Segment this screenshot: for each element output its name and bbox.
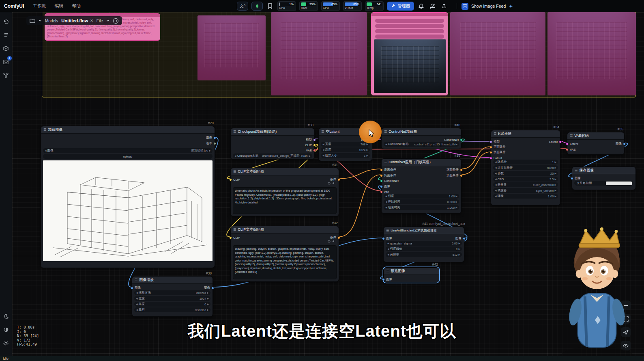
collapse-icon[interactable]: ☰ (575, 169, 577, 172)
input-slot-positive[interactable]: 正面条件 (380, 168, 396, 172)
prev-arrow-icon[interactable]: ◀ (387, 253, 389, 256)
speaker-icon[interactable] (332, 240, 335, 243)
prev-arrow-icon[interactable]: ◀ (387, 248, 389, 250)
bell-muted-button[interactable] (429, 2, 437, 11)
prev-arrow-icon[interactable]: ◀ (322, 143, 324, 145)
widget-height[interactable]: ◀高度1024▶ (321, 147, 370, 152)
next-arrow-icon[interactable]: ▶ (366, 149, 368, 151)
prev-arrow-icon[interactable]: ◀ (495, 189, 497, 192)
close-tab-icon[interactable]: ✕ (90, 19, 93, 23)
menu-workflow[interactable]: 工作流 (33, 3, 46, 9)
prev-arrow-icon[interactable]: ◀ (322, 154, 324, 157)
input-slot-image[interactable]: 图像 (131, 286, 141, 290)
output-slot-positive[interactable]: 正面条件 (447, 168, 463, 172)
input-slot-positive[interactable]: 正面条件 (489, 145, 506, 149)
widget-controlnet-name[interactable]: ◀ControlNet名称control_v11p_sd15_lineart.p… (384, 142, 459, 147)
prev-arrow-icon[interactable]: ◀ (495, 184, 497, 186)
prev-arrow-icon[interactable]: ◀ (234, 155, 236, 157)
contrast-button[interactable] (2, 325, 11, 334)
node-map-button[interactable] (2, 71, 11, 80)
output-slot-vae[interactable]: VAE (306, 148, 316, 152)
next-arrow-icon[interactable]: ▶ (455, 201, 457, 203)
collapse-icon[interactable]: ☰ (384, 130, 387, 134)
next-arrow-icon[interactable]: ▶ (366, 143, 368, 145)
muted-widget-node[interactable] (371, 12, 448, 95)
prev-arrow-icon[interactable]: ◀ (385, 201, 387, 203)
menu-help[interactable]: 帮助 (72, 3, 81, 9)
output-slot-conditioning[interactable]: 条件 (330, 177, 340, 182)
folder-icon[interactable] (30, 18, 35, 23)
widget-scheduler[interactable]: ◀调度器sgm_uniform▶ (493, 188, 558, 193)
logs-button[interactable] (2, 30, 11, 39)
widget-crop[interactable]: ◀裁剪disabled▶ (134, 307, 210, 312)
output-slot-latent[interactable]: Latent (549, 140, 562, 144)
widget-sampler[interactable]: ◀采样器euler_ancestral▶ (493, 182, 558, 187)
node-load-image[interactable]: #29 ☰加载图像 图像 遮罩 ◀图像建筑线稿.jpg▶ upload (41, 126, 215, 268)
prev-arrow-icon[interactable]: ◀ (495, 178, 497, 180)
next-arrow-icon[interactable]: ▶ (554, 195, 556, 197)
output-slot-clip[interactable]: CLIP (305, 143, 316, 147)
next-arrow-icon[interactable]: ▶ (554, 189, 556, 192)
node-image-scale[interactable]: #38 ☰图像缩放 图像 图像 ◀缩放方法lanczos▶ ◀宽度1024▶ ◀… (132, 276, 213, 317)
workflow-tab[interactable]: Untitled.flow ✕ (61, 18, 93, 23)
output-slot-controlnet[interactable]: ControlNet (444, 138, 463, 142)
prev-arrow-icon[interactable]: ◀ (385, 195, 387, 197)
widget-intensity-threshold[interactable]: ◀强度阈值8▶ (386, 246, 462, 251)
widget-gaussian-sigma[interactable]: ◀guassian_sigma6.00▶ (386, 241, 462, 246)
muted-image-node[interactable] (450, 12, 545, 95)
next-arrow-icon[interactable]: ▶ (366, 154, 368, 157)
prev-arrow-icon[interactable]: ◀ (322, 149, 324, 151)
node-preview-image[interactable]: #42 ☰预览图像 图像 (383, 267, 439, 283)
prev-arrow-icon[interactable]: ◀ (495, 172, 497, 175)
output-slot-model[interactable]: 模型 (306, 138, 316, 142)
menu-edit[interactable]: 编辑 (55, 3, 63, 9)
next-arrow-icon[interactable]: ▶ (207, 297, 209, 300)
widget-height[interactable]: ◀高度0▶ (134, 302, 210, 307)
prev-arrow-icon[interactable]: ◀ (385, 143, 387, 145)
share-button[interactable] (440, 2, 448, 11)
collapse-icon[interactable]: ☰ (494, 132, 496, 136)
settings-button[interactable] (2, 339, 11, 348)
gallery-button[interactable]: 4 (2, 57, 11, 66)
widget-upscale-method[interactable]: ◀缩放方法lanczos▶ (134, 290, 210, 295)
input-slot-negative[interactable]: 负面条件 (489, 150, 506, 154)
models-breadcrumb[interactable]: Models (45, 19, 58, 23)
history-button[interactable] (2, 17, 11, 26)
input-slot-model[interactable]: 模型 (489, 140, 500, 144)
output-slot-mask[interactable]: 遮罩 (206, 141, 216, 145)
output-slot-negative[interactable]: 负面条件 (447, 173, 463, 177)
output-slot-image[interactable]: 图像 (206, 136, 216, 140)
widget-end-percent[interactable]: ◀结束时间1.000▶ (384, 205, 459, 210)
translate-button[interactable]: 文A (237, 2, 248, 11)
widget-filename-prefix[interactable]: 文件名前缀 (574, 181, 633, 186)
next-arrow-icon[interactable]: ▶ (207, 303, 209, 305)
widget-steps[interactable]: ◀步数25▶ (493, 171, 558, 176)
next-arrow-icon[interactable]: ▶ (458, 242, 460, 244)
bookmark-button[interactable] (266, 2, 274, 11)
chevron-down-icon[interactable] (106, 19, 109, 22)
muted-image-node[interactable] (197, 15, 266, 80)
next-arrow-icon[interactable]: ▶ (554, 161, 556, 163)
theme-dark-button[interactable] (2, 312, 11, 321)
speaker-icon[interactable] (332, 182, 335, 185)
next-arrow-icon[interactable]: ▶ (207, 309, 209, 311)
next-arrow-icon[interactable]: ▶ (458, 248, 460, 250)
prev-arrow-icon[interactable]: ◀ (495, 195, 497, 197)
node-save-image[interactable]: ☰保存图像 图像 文件名前缀 (572, 166, 636, 190)
node-ksampler[interactable]: #34 ☰K采样器 模型 正面条件 负面条件 Latent Latent ◀随机… (491, 130, 560, 205)
prev-arrow-icon[interactable]: ◀ (136, 292, 138, 294)
output-slot-image[interactable]: 图像 (204, 286, 214, 290)
output-slot-image[interactable]: 图像 (616, 142, 626, 146)
bell-button[interactable] (417, 2, 425, 11)
input-slot-image[interactable]: 图像 (382, 236, 392, 240)
next-arrow-icon[interactable]: ▶ (554, 178, 556, 180)
node-controlnet-apply[interactable]: #39 ☰ControlNet应用（旧版高级） 正面条件 负面条件 Contro… (381, 158, 462, 214)
filename-prefix-input[interactable] (606, 182, 632, 185)
image-feed-toggle[interactable]: Show Image Feed (471, 4, 506, 9)
prev-arrow-icon[interactable]: ◀ (495, 166, 497, 169)
node-lineart-preprocessor[interactable]: #41 comfyui_controlnet_aux ☰LineArtStand… (383, 227, 464, 262)
next-arrow-icon[interactable]: ▶ (209, 149, 211, 152)
input-slot-image[interactable]: 图像 (382, 277, 392, 281)
next-arrow-icon[interactable]: ▶ (554, 172, 556, 175)
next-arrow-icon[interactable]: ▶ (455, 143, 457, 145)
